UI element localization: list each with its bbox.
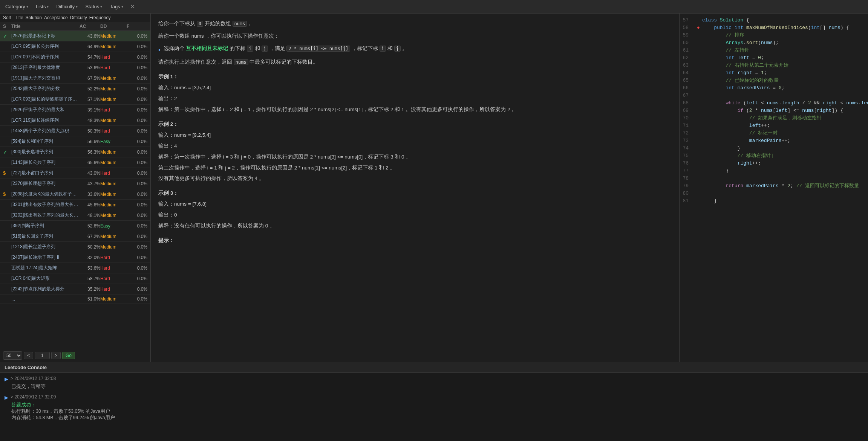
prev-page-button[interactable]: < — [24, 352, 33, 359]
table-row[interactable]: [LCR 119]最长连续序列48.3%Medium0.0% — [0, 115, 150, 126]
row-title[interactable]: [727]最小窗口子序列 — [11, 170, 80, 176]
line-code[interactable]: // 已经标记的对的数量 — [702, 77, 868, 84]
row-title[interactable]: [LCR 097]不同的子序列 — [11, 54, 80, 60]
status-filter[interactable]: Status ▾ — [83, 3, 104, 11]
line-code[interactable]: } — [702, 145, 868, 152]
row-title[interactable]: [2242]节点序列的最大得分 — [11, 286, 80, 292]
table-row[interactable]: [392]判断子序列52.6%Easy0.0% — [0, 221, 150, 231]
line-code[interactable]: // 标记一对 — [702, 130, 868, 137]
row-title[interactable]: [2576]出最多标记下标 — [11, 33, 80, 39]
line-code[interactable]: markedPairs++; — [702, 137, 868, 145]
row-title[interactable]: [3202]找出有效子序列的最大长度 II — [11, 212, 80, 218]
go-button[interactable]: Go — [62, 352, 75, 359]
per-page-select[interactable]: 50 100 — [3, 351, 22, 360]
line-code[interactable]: public int maxNumOfMarkedIndices(int[] n… — [702, 24, 868, 32]
table-row[interactable]: [2407]最长递增子序列 II32.0%Hard0.0% — [0, 252, 150, 263]
sort-title[interactable]: Title — [15, 15, 23, 20]
line-code[interactable]: // 如果条件满足，则移动左指针 — [702, 114, 868, 122]
table-row[interactable]: [2926]平衡子序列的最大和39.1%Hard0.0% — [0, 105, 150, 115]
sort-solution[interactable]: Solution — [26, 15, 42, 20]
table-row[interactable]: ✓[2576]出最多标记下标43.6%Medium0.0% — [0, 31, 150, 41]
line-gutter — [695, 17, 702, 24]
table-row[interactable]: ✓[300]最长递增子序列56.3%Medium0.0% — [0, 147, 150, 157]
line-code[interactable]: right++; — [702, 160, 868, 167]
row-title[interactable]: [516]最长回文子序列 — [11, 233, 80, 240]
table-row[interactable]: [594]最长和谐子序列56.6%Easy0.0% — [0, 136, 150, 147]
row-title[interactable]: [392]判断子序列 — [11, 223, 80, 229]
line-code[interactable]: } — [702, 197, 868, 205]
row-title[interactable]: [2370]最长理想子序列 — [11, 180, 80, 187]
row-title[interactable]: [1143]最长公共子序列 — [11, 159, 80, 166]
row-acceptance: 53.6% — [80, 65, 100, 70]
table-row[interactable]: [1458]两个子序列的最大点积50.3%Hard0.0% — [0, 126, 150, 136]
row-title[interactable]: [LCR 095]最长公共序列 — [11, 43, 80, 50]
table-row[interactable]: 面试题 17.24]最大矩阵53.6%Hard0.0% — [0, 263, 150, 273]
row-title[interactable]: [3201]找出有效子序列的最大长度 I — [11, 201, 80, 208]
page-number-input[interactable] — [35, 352, 50, 359]
row-title[interactable]: [300]最长递增子序列 — [11, 149, 80, 155]
line-code[interactable]: left++; — [702, 122, 868, 130]
row-title[interactable]: [LCR 040]最大矩形 — [11, 275, 80, 282]
row-title[interactable]: ... — [11, 296, 80, 302]
table-row[interactable]: [1911]最大子序列交替和67.5%Medium0.0% — [0, 73, 150, 84]
table-row[interactable]: [1143]最长公共子序列65.6%Medium0.0% — [0, 157, 150, 168]
tags-filter[interactable]: Tags ▾ — [107, 3, 125, 11]
sort-difficulty[interactable]: Difficulty — [70, 15, 87, 20]
row-title[interactable]: [2098]长度为K的最大偶数和子序列 — [11, 191, 80, 197]
row-title[interactable]: [LCR 093]最长的斐波那契子序列的长度 — [11, 96, 80, 102]
row-title[interactable]: [2542]最大子序列的分数 — [11, 85, 80, 92]
problem-intro: 给你一个下标从 0 开始的数组 nums 。 — [158, 20, 672, 28]
table-row[interactable]: [3201]找出有效子序列的最大长度 I45.6%Medium0.0% — [0, 200, 150, 210]
table-row[interactable]: [516]最长回文子序列67.2%Medium0.0% — [0, 231, 150, 242]
line-code[interactable]: int left = 0; — [702, 54, 868, 62]
table-row[interactable]: [2813]子序列最大优雅度53.6%Hard0.0% — [0, 63, 150, 73]
row-title[interactable]: [LCR 119]最长连续序列 — [11, 117, 80, 124]
line-code[interactable]: // 移动右指针| — [702, 152, 868, 160]
line-code[interactable]: // 左指针 — [702, 47, 868, 54]
line-code[interactable]: if (2 * nums[left] <= nums[right]) { — [702, 107, 868, 114]
line-code[interactable]: class Solution { — [702, 17, 868, 24]
table-row[interactable]: [LCR 095]最长公共序列64.9%Medium0.0% — [0, 41, 150, 52]
line-code[interactable]: } — [702, 167, 868, 175]
code-editor[interactable]: 57class Solution {58● public int maxNumO… — [680, 14, 868, 362]
row-title[interactable]: [2407]最长递增子序列 II — [11, 254, 80, 261]
table-row[interactable]: ...51.0%Medium0.0% — [0, 295, 150, 304]
row-title[interactable]: [1911]最大子序列交替和 — [11, 75, 80, 81]
row-title[interactable]: 面试题 17.24]最大矩阵 — [11, 265, 80, 271]
row-title[interactable]: [1218]最长定差子序列 — [11, 244, 80, 250]
table-row[interactable]: [LCR 093]最长的斐波那契子序列的长度57.1%Medium0.0% — [0, 94, 150, 105]
row-title[interactable]: [2926]平衡子序列的最大和 — [11, 107, 80, 113]
table-row[interactable]: $[727]最小窗口子序列43.0%Hard0.0% — [0, 168, 150, 179]
line-code[interactable]: // 右指针从第二个元素开始 — [702, 62, 868, 69]
table-row[interactable]: [LCR 097]不同的子序列54.7%Hard0.0% — [0, 52, 150, 63]
difficulty-filter[interactable]: Difficulty ▾ — [54, 3, 80, 11]
table-row[interactable]: [1218]最长定差子序列50.2%Medium0.0% — [0, 242, 150, 252]
line-code[interactable] — [702, 175, 868, 182]
line-code[interactable]: while (left < nums.length / 2 && right <… — [702, 99, 868, 107]
code-line: 64 int right = 1; — [680, 69, 868, 77]
sort-frequency[interactable]: Frequency — [89, 15, 111, 20]
table-row[interactable]: [2242]节点序列的最大得分35.2%Hard0.0% — [0, 284, 150, 295]
row-title[interactable]: [1458]两个子序列的最大点积 — [11, 128, 80, 134]
next-page-button[interactable]: > — [51, 352, 61, 359]
row-title[interactable]: [2813]子序列最大优雅度 — [11, 64, 80, 71]
line-code[interactable]: Arrays.sort(nums); — [702, 39, 868, 47]
table-row[interactable]: [3202]找出有效子序列的最大长度 II48.1%Medium0.0% — [0, 210, 150, 221]
category-filter[interactable]: Category ▾ — [3, 3, 31, 11]
line-code[interactable]: int right = 1; — [702, 69, 868, 77]
line-code[interactable]: // 排序 — [702, 32, 868, 39]
line-code[interactable]: int markedPairs = 0; — [702, 84, 868, 92]
sort-acceptance[interactable]: Acceptance — [44, 15, 68, 20]
table-row[interactable]: [2542]最大子序列的分数52.2%Medium0.0% — [0, 84, 150, 94]
line-code[interactable]: return markedPairs * 2; // 返回可以标记的下标数量 — [702, 182, 868, 190]
row-acceptance: 58.7% — [80, 276, 100, 281]
clear-filters-button[interactable]: ✕ — [129, 2, 136, 11]
lists-filter[interactable]: Lists ▾ — [34, 3, 51, 11]
table-row[interactable]: [LCR 040]最大矩形58.7%Hard0.0% — [0, 273, 150, 284]
table-row[interactable]: $[2098]长度为K的最大偶数和子序列33.6%Medium0.0% — [0, 189, 150, 200]
line-code[interactable] — [702, 190, 868, 197]
row-title[interactable]: [594]最长和谐子序列 — [11, 138, 80, 145]
row-frequency: 0.0% — [127, 128, 147, 134]
table-row[interactable]: [2370]最长理想子序列43.7%Medium0.0% — [0, 179, 150, 189]
line-code[interactable] — [702, 92, 868, 99]
